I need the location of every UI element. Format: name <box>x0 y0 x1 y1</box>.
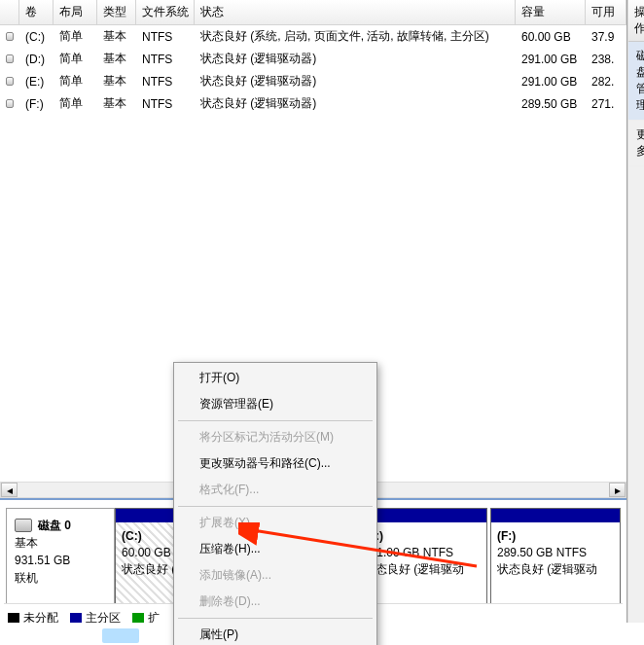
cell-volume: (E:) <box>19 73 54 90</box>
volume-icon <box>6 32 14 41</box>
cell-volume: (C:) <box>19 28 54 46</box>
cell-fs: NTFS <box>136 95 195 113</box>
col-free[interactable]: 可用 <box>586 0 626 24</box>
context-menu-item[interactable]: 更改驱动器号和路径(C)... <box>176 450 375 477</box>
action-more[interactable]: 更多 <box>628 121 644 166</box>
cell-type: 基本 <box>97 49 136 69</box>
context-menu-item: 格式化(F)... <box>176 477 375 503</box>
context-menu-item: 扩展卷(X)... <box>176 510 375 536</box>
cell-fs: NTFS <box>136 51 195 68</box>
cell-free: 238. <box>586 51 626 68</box>
scroll-left-button[interactable]: ◂ <box>1 483 18 497</box>
cell-capacity: 289.50 GB <box>516 95 586 113</box>
col-type[interactable]: 类型 <box>97 0 136 24</box>
cell-layout: 简单 <box>54 71 97 91</box>
taskbar-chip <box>102 628 139 643</box>
cell-layout: 简单 <box>54 49 97 69</box>
cell-capacity: 291.00 GB <box>516 51 586 68</box>
cell-capacity: 60.00 GB <box>516 28 586 46</box>
cell-volume: (F:) <box>19 95 54 113</box>
table-row[interactable]: (D:)简单基本NTFS状态良好 (逻辑驱动器)291.00 GB238. <box>0 48 626 70</box>
cell-status: 状态良好 (系统, 启动, 页面文件, 活动, 故障转储, 主分区) <box>195 26 516 47</box>
cell-fs: NTFS <box>136 28 195 46</box>
table-row[interactable]: (F:)简单基本NTFS状态良好 (逻辑驱动器)289.50 GB271. <box>0 92 626 115</box>
cell-free: 37.9 <box>586 28 626 46</box>
cell-layout: 简单 <box>54 93 97 114</box>
col-volume[interactable]: 卷 <box>19 0 54 24</box>
cell-free: 282. <box>586 73 626 90</box>
cell-status: 状态良好 (逻辑驱动器) <box>195 71 516 91</box>
col-capacity[interactable]: 容量 <box>516 0 586 24</box>
disk-size: 931.51 GB <box>15 552 106 569</box>
context-menu-item[interactable]: 资源管理器(E) <box>176 391 375 417</box>
volume-icon <box>6 54 14 63</box>
action-disk-management[interactable]: 磁盘管理 <box>628 42 644 121</box>
context-menu-item[interactable]: 属性(P) <box>176 622 375 645</box>
partition-name: (C:) <box>122 529 142 543</box>
volume-icon <box>6 77 14 86</box>
context-menu-item[interactable]: 压缩卷(H)... <box>176 536 375 562</box>
cell-type: 基本 <box>97 93 136 114</box>
cell-status: 状态良好 (逻辑驱动器) <box>195 93 516 114</box>
disk-icon <box>15 519 32 532</box>
partition-name: (F:) <box>497 529 516 543</box>
disk-kind: 基本 <box>15 534 106 552</box>
partition-size: 289.50 GB NTFS <box>497 546 587 559</box>
cell-layout: 简单 <box>54 26 97 47</box>
partition-status: 状态良好 (逻辑驱动 <box>364 562 464 576</box>
cell-type: 基本 <box>97 26 136 47</box>
context-menu-item: 添加镜像(A)... <box>176 562 375 589</box>
disk-title: 磁盘 0 <box>38 517 71 534</box>
context-menu-item: 将分区标记为活动分区(M) <box>176 424 375 450</box>
cell-status: 状态良好 (逻辑驱动器) <box>195 49 516 69</box>
disk-state: 联机 <box>15 569 106 587</box>
cell-free: 271. <box>586 95 626 113</box>
partition-status: 状态良好 (逻辑驱动 <box>497 562 597 576</box>
context-menu-item[interactable]: 打开(O) <box>176 365 375 391</box>
volume-table-header: 卷 布局 类型 文件系统 状态 容量 可用 <box>0 0 626 25</box>
actions-header: 操作 <box>628 0 644 42</box>
context-menu-item: 删除卷(D)... <box>176 589 375 615</box>
cell-type: 基本 <box>97 71 136 91</box>
disk-label-box[interactable]: 磁盘 0 基本 931.51 GB 联机 <box>6 508 115 615</box>
context-menu: 打开(O)资源管理器(E)将分区标记为活动分区(M)更改驱动器号和路径(C)..… <box>173 362 377 645</box>
cell-capacity: 291.00 GB <box>516 73 586 90</box>
cell-volume: (D:) <box>19 51 54 68</box>
partition-box[interactable]: (F:)289.50 GB NTFS状态良好 (逻辑驱动 <box>490 508 621 615</box>
col-layout[interactable]: 布局 <box>54 0 97 24</box>
table-row[interactable]: (E:)简单基本NTFS状态良好 (逻辑驱动器)291.00 GB282. <box>0 70 626 92</box>
table-row[interactable]: (C:)简单基本NTFS状态良好 (系统, 启动, 页面文件, 活动, 故障转储… <box>0 25 626 48</box>
volume-icon <box>6 99 14 108</box>
col-fs[interactable]: 文件系统 <box>136 0 195 24</box>
scroll-right-button[interactable]: ▸ <box>609 483 626 497</box>
cell-fs: NTFS <box>136 73 195 90</box>
col-status[interactable]: 状态 <box>195 0 516 24</box>
